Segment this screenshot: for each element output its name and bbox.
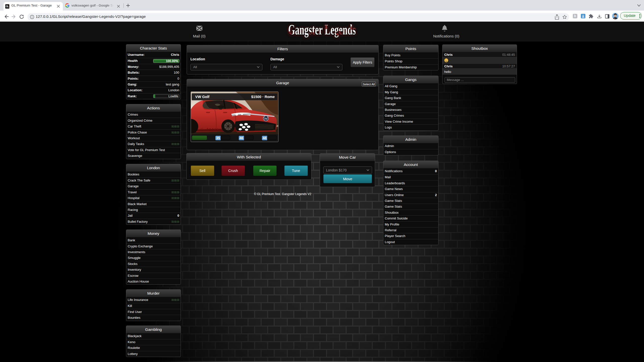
svg-text:40: 40 (200, 128, 203, 130)
